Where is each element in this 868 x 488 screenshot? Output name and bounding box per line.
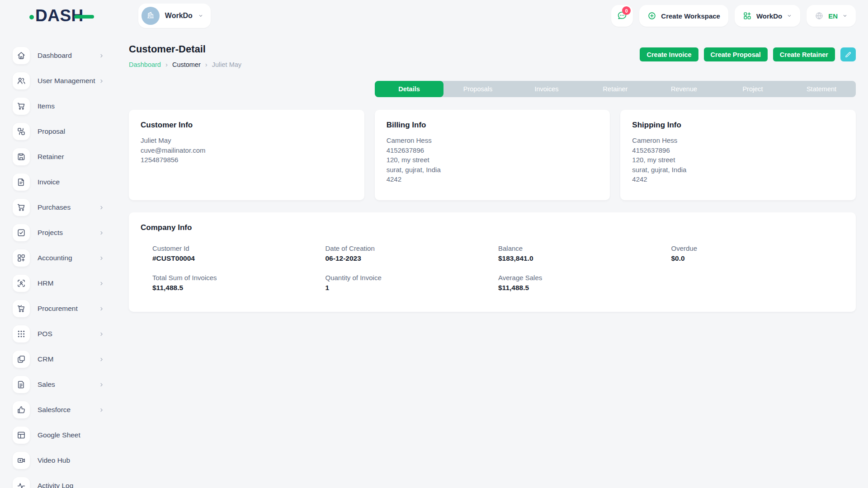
sidebar-item-label: POS bbox=[38, 330, 52, 338]
procurement-icon bbox=[17, 304, 26, 313]
sidebar-item-google-sheet[interactable]: Google Sheet bbox=[0, 422, 118, 448]
sidebar-item-label: Procurement bbox=[38, 305, 78, 313]
logo-dot bbox=[29, 15, 34, 19]
activity-log-icon bbox=[17, 481, 26, 488]
card-body: Cameron Hess4152637896120, my streetsura… bbox=[632, 136, 844, 184]
cart-icon bbox=[17, 102, 26, 111]
sidebar-item-icon-box bbox=[13, 325, 30, 343]
breadcrumb-separator: › bbox=[165, 61, 168, 68]
sidebar-item-accounting[interactable]: Accounting bbox=[0, 245, 118, 271]
info-line: Cameron Hess bbox=[632, 136, 844, 145]
sidebar-item-sales[interactable]: Sales bbox=[0, 372, 118, 397]
field-value: 1 bbox=[326, 284, 499, 292]
sidebar-item-proposal[interactable]: Proposal bbox=[0, 119, 118, 144]
info-line: Juliet May bbox=[141, 136, 353, 145]
company-field: Balance $183,841.0 bbox=[498, 244, 671, 263]
sidebar-item-icon-box bbox=[13, 98, 30, 115]
sidebar-item-dashboard[interactable]: Dashboard bbox=[0, 43, 118, 68]
sidebar-item-invoice[interactable]: Invoice bbox=[0, 169, 118, 195]
hrm-icon bbox=[17, 279, 26, 288]
breadcrumb-dashboard[interactable]: Dashboard bbox=[129, 61, 161, 68]
messages-badge: 0 bbox=[622, 6, 631, 15]
edit-customer-button[interactable] bbox=[840, 47, 856, 61]
chevron-right-icon bbox=[99, 79, 104, 84]
sidebar-item-purchases[interactable]: Purchases bbox=[0, 195, 118, 220]
workspace-selector[interactable]: WorkDo bbox=[138, 4, 211, 28]
billing-info-card: Billing Info Cameron Hess4152637896120, … bbox=[375, 110, 610, 200]
sidebar-item-label: Google Sheet bbox=[38, 431, 80, 439]
page-header: Customer-Detail Dashboard › Customer › J… bbox=[129, 43, 856, 68]
info-line: 120, my street bbox=[387, 155, 599, 165]
sidebar-item-icon-box bbox=[13, 376, 30, 393]
company-field: Average Sales $11,488.5 bbox=[498, 274, 671, 292]
tab-statement[interactable]: Statement bbox=[787, 81, 856, 97]
chevron-right-icon bbox=[99, 205, 104, 210]
tab-project[interactable]: Project bbox=[718, 81, 787, 97]
create-workspace-label: Create Workspace bbox=[661, 12, 720, 20]
language-selector[interactable]: EN bbox=[807, 5, 856, 27]
field-value: $11,488.5 bbox=[152, 284, 326, 292]
card-body: Juliet Maycuve@mailinator.com1254879856 bbox=[141, 136, 353, 165]
sales-icon bbox=[17, 380, 26, 389]
app-grid-icon bbox=[743, 11, 752, 20]
messages-button[interactable]: 0 bbox=[611, 5, 633, 27]
company-field: Date of Creation 06-12-2023 bbox=[326, 244, 499, 263]
sidebar-item-video-hub[interactable]: Video Hub bbox=[0, 448, 118, 473]
sidebar-item-user-management[interactable]: User Management bbox=[0, 68, 118, 94]
sidebar-item-icon-box bbox=[13, 72, 30, 89]
create-retainer-button[interactable]: Create Retainer bbox=[773, 47, 835, 61]
main-content: Customer-Detail Dashboard › Customer › J… bbox=[118, 32, 868, 488]
customer-info-card: Customer Info Juliet Maycuve@mailinator.… bbox=[129, 110, 364, 200]
sidebar-item-icon-box bbox=[13, 300, 30, 317]
info-line: 4152637896 bbox=[387, 145, 599, 155]
company-fields: Customer Id #CUST00004 Date of Creation … bbox=[141, 244, 844, 292]
sidebar-item-items[interactable]: Items bbox=[0, 94, 118, 119]
sidebar-item-crm[interactable]: CRM bbox=[0, 347, 118, 372]
create-proposal-button[interactable]: Create Proposal bbox=[704, 47, 768, 61]
field-label: Average Sales bbox=[498, 274, 671, 282]
crm-icon bbox=[17, 355, 26, 364]
tab-proposals[interactable]: Proposals bbox=[443, 81, 512, 97]
top-header: DASH WorkDo 0 Create Workspace WorkDo bbox=[0, 0, 868, 32]
field-value: #CUST00004 bbox=[152, 254, 326, 263]
salesforce-icon bbox=[17, 405, 26, 414]
page-actions: Create Invoice Create Proposal Create Re… bbox=[640, 47, 856, 68]
sidebar-item-icon-box bbox=[13, 275, 30, 292]
tab-revenue[interactable]: Revenue bbox=[650, 81, 718, 97]
sidebar-item-procurement[interactable]: Procurement bbox=[0, 296, 118, 321]
field-label: Customer Id bbox=[152, 244, 326, 252]
create-workspace-button[interactable]: Create Workspace bbox=[639, 5, 728, 27]
create-invoice-button[interactable]: Create Invoice bbox=[640, 47, 698, 61]
sidebar-item-retainer[interactable]: Retainer bbox=[0, 144, 118, 169]
info-line: Cameron Hess bbox=[387, 136, 599, 145]
sidebar-item-label: Projects bbox=[38, 229, 63, 237]
card-title: Customer Info bbox=[141, 121, 353, 130]
sidebar-item-icon-box bbox=[13, 123, 30, 140]
chevron-right-icon bbox=[99, 382, 104, 387]
sidebar-item-activity-log[interactable]: Activity Log bbox=[0, 473, 118, 488]
detail-tabs: DetailsProposalsInvoicesRetainerRevenueP… bbox=[375, 81, 856, 97]
chevron-down-icon bbox=[842, 13, 848, 19]
sidebar-item-projects[interactable]: Projects bbox=[0, 220, 118, 245]
tab-invoices[interactable]: Invoices bbox=[512, 81, 581, 97]
chevron-right-icon bbox=[99, 408, 104, 413]
dash-logo[interactable]: DASH bbox=[29, 6, 94, 25]
tab-retainer[interactable]: Retainer bbox=[581, 81, 650, 97]
sidebar-item-pos[interactable]: POS bbox=[0, 321, 118, 347]
sidebar-item-salesforce[interactable]: Salesforce bbox=[0, 397, 118, 422]
app-switcher-button[interactable]: WorkDo bbox=[735, 5, 800, 27]
field-label: Date of Creation bbox=[326, 244, 499, 252]
sidebar-item-icon-box bbox=[13, 199, 30, 216]
tab-details[interactable]: Details bbox=[375, 81, 443, 97]
breadcrumb-customer[interactable]: Customer bbox=[172, 61, 201, 68]
sidebar-item-label: Dashboard bbox=[38, 52, 72, 60]
field-value: 06-12-2023 bbox=[326, 254, 499, 263]
sidebar-item-icon-box bbox=[13, 224, 30, 241]
chevron-down-icon bbox=[787, 13, 792, 19]
info-line: surat, gujrat, India bbox=[387, 165, 599, 175]
sidebar-item-icon-box bbox=[13, 47, 30, 64]
sidebar-item-icon-box bbox=[13, 477, 30, 488]
sidebar-item-hrm[interactable]: HRM bbox=[0, 271, 118, 296]
field-value: $0.0 bbox=[671, 254, 844, 263]
workspace-label: WorkDo bbox=[165, 12, 193, 20]
